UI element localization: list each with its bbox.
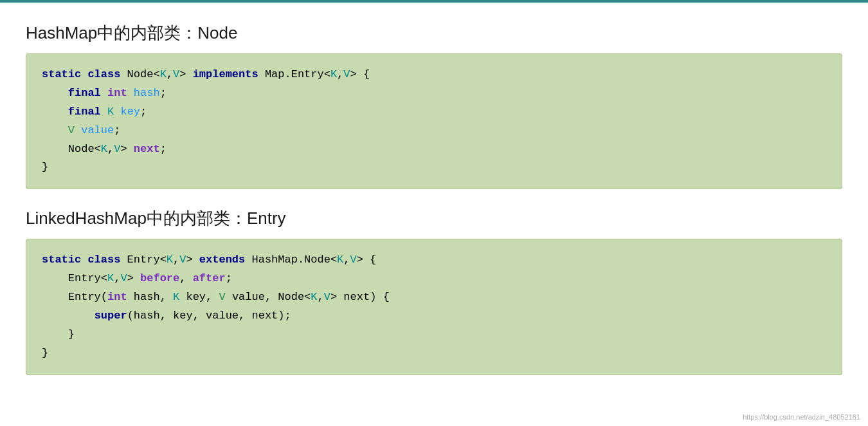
watermark: https://blog.csdn.net/adzin_48052181	[743, 413, 860, 421]
code-line-7: static class Entry<K,V> extends HashMap.…	[42, 251, 826, 270]
code-line-11: }	[42, 326, 826, 344]
code-line-9: Entry(int hash, K key, V value, Node<K,V…	[42, 288, 826, 307]
section2-title: LinkedHashMap中的内部类：Entry	[26, 207, 842, 230]
hashmap-node-code-block: static class Node<K,V> implements Map.En…	[26, 53, 842, 189]
code-line-2: final int hash;	[42, 84, 826, 103]
code-line-6: }	[42, 158, 826, 177]
code-line-8: Entry<K,V> before, after;	[42, 270, 826, 288]
code-line-10: super(hash, key, value, next);	[42, 307, 826, 326]
code-line-3: final K key;	[42, 103, 826, 122]
code-line-4: V value;	[42, 122, 826, 140]
code-line-5: Node<K,V> next;	[42, 140, 826, 159]
code-line-1: static class Node<K,V> implements Map.En…	[42, 66, 826, 84]
linkedhashmap-entry-code-block: static class Entry<K,V> extends HashMap.…	[26, 239, 842, 375]
code-line-12: }	[42, 344, 826, 363]
section1-title: HashMap中的内部类：Node	[26, 22, 842, 44]
